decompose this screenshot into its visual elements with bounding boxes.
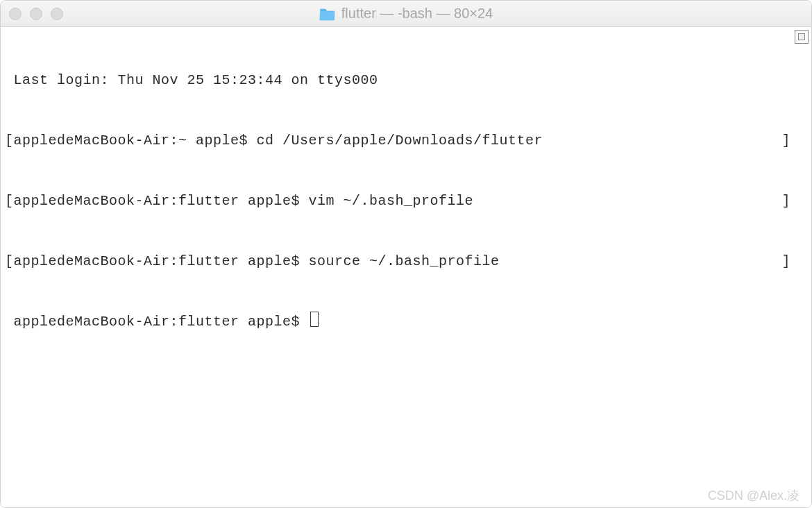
maximize-button[interactable] xyxy=(51,8,63,20)
terminal-prompt: appledeMacBook-Air:flutter apple$ xyxy=(5,312,309,332)
terminal-body[interactable]: Last login: Thu Nov 25 15:23:44 on ttys0… xyxy=(1,27,811,507)
terminal-line: [appledeMacBook-Air:~ apple$ cd /Users/a… xyxy=(5,130,807,151)
line-right-bracket: ] xyxy=(781,251,790,271)
close-button[interactable] xyxy=(9,8,22,20)
terminal-text: Last login: Thu Nov 25 15:23:44 on ttys0… xyxy=(5,70,378,90)
terminal-line: [appledeMacBook-Air:flutter apple$ vim ~… xyxy=(5,191,807,211)
terminal-prompt-line[interactable]: appledeMacBook-Air:flutter apple$ xyxy=(5,312,807,332)
minimize-button[interactable] xyxy=(30,8,42,20)
terminal-line: [appledeMacBook-Air:flutter apple$ sourc… xyxy=(5,251,807,271)
scroll-indicator-icon[interactable] xyxy=(795,30,809,44)
terminal-window: flutter — -bash — 80×24 Last login: Thu … xyxy=(0,0,812,508)
line-right-bracket: ] xyxy=(781,191,790,211)
window-title-area: flutter — -bash — 80×24 xyxy=(319,6,493,22)
terminal-text: [appledeMacBook-Air:~ apple$ cd /Users/a… xyxy=(5,130,543,151)
terminal-content[interactable]: Last login: Thu Nov 25 15:23:44 on ttys0… xyxy=(1,27,811,375)
folder-icon xyxy=(319,7,336,21)
window-title: flutter — -bash — 80×24 xyxy=(341,6,493,22)
terminal-text: [appledeMacBook-Air:flutter apple$ sourc… xyxy=(5,251,500,271)
cursor-icon xyxy=(310,312,319,327)
terminal-line: Last login: Thu Nov 25 15:23:44 on ttys0… xyxy=(5,70,807,90)
terminal-text: [appledeMacBook-Air:flutter apple$ vim ~… xyxy=(5,191,473,211)
window-titlebar[interactable]: flutter — -bash — 80×24 xyxy=(1,1,811,27)
line-right-bracket: ] xyxy=(781,130,790,151)
traffic-lights xyxy=(9,8,63,20)
